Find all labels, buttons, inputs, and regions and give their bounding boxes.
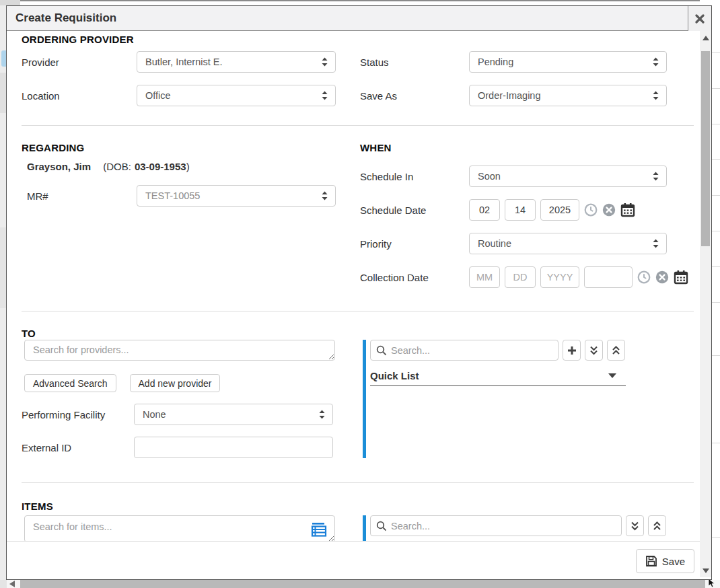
collection-date-inputs [469,266,700,288]
horizontal-scrollbar[interactable] [0,580,720,588]
collection-year-input[interactable] [540,266,579,288]
external-id-label: External ID [22,442,134,453]
performing-facility-value: None [143,409,166,420]
items-section: ITEMS [22,501,694,541]
dialog-titlebar: Create Requisition [7,6,711,31]
plus-icon [567,345,577,356]
close-icon [695,14,705,24]
schedule-in-select[interactable]: Soon [469,166,667,187]
add-provider-to-list-button[interactable] [563,340,581,361]
chevron-double-up-icon [652,521,662,531]
collection-date-row: Collection Date [360,266,667,288]
schedule-year-input[interactable] [540,199,579,221]
advanced-search-button[interactable]: Advanced Search [24,374,116,392]
mr-select-value: TEST-10055 [145,190,200,201]
performing-facility-row: Performing Facility None [22,404,360,425]
select-arrows-icon [321,57,328,67]
section-divider [22,125,694,126]
schedule-day-input[interactable] [505,199,536,221]
panel-accent-bar [363,340,366,458]
background-corner [0,0,20,5]
scroll-up-button[interactable] [700,32,711,43]
calendar-icon [674,270,688,285]
collection-day-input[interactable] [505,266,536,288]
schedule-clear-button[interactable] [602,203,616,217]
external-id-input[interactable] [134,437,333,458]
priority-row: Priority Routine [360,233,667,254]
to-heading: TO [22,328,694,339]
mr-label: MR# [27,190,137,202]
regarding-column: REGARDING Grayson, Jim (DOB:03-09-1953) … [22,142,360,288]
item-list-picker-button[interactable] [311,522,327,537]
to-panel-search [370,340,559,361]
location-select[interactable]: Office [137,85,336,106]
save-as-label: Save As [360,90,469,102]
save-button[interactable]: Save [636,549,694,573]
save-as-select-value: Order-Imaging [478,90,540,101]
status-select-value: Pending [478,57,513,67]
chevron-double-up-icon [611,345,621,356]
panel-accent-bar [363,515,366,541]
search-icon [376,345,387,356]
quick-list-header[interactable]: Quick List [370,370,626,386]
collection-time-input[interactable] [584,266,633,288]
scroll-up-icon [703,36,709,40]
item-search-input[interactable] [24,515,335,541]
items-panel-search [370,515,622,536]
to-panel-search-input[interactable] [391,345,552,356]
performing-facility-select[interactable]: None [134,404,333,425]
save-as-select[interactable]: Order-Imaging [469,85,667,106]
search-icon [376,521,387,531]
horizontal-scrollbar-thumb[interactable] [20,580,705,588]
to-buttons: Advanced Search Add new provider [24,374,360,392]
select-arrows-icon [652,238,659,249]
mr-select[interactable]: TEST-10055 [137,185,336,207]
collection-calendar-button[interactable] [674,270,688,285]
select-arrows-icon [318,409,326,420]
vertical-scrollbar-thumb[interactable] [701,51,710,246]
items-collapse-all-button[interactable] [648,515,666,536]
select-arrows-icon [652,171,659,182]
background-row-line [712,124,720,124]
schedule-date-label: Schedule Date [360,205,469,216]
section-divider [22,482,694,483]
provider-search-input[interactable] [24,340,335,361]
collapse-all-button[interactable] [607,340,625,361]
save-icon [645,555,657,567]
collection-time-button[interactable] [637,270,651,284]
ordering-provider-heading: ORDERING PROVIDER [22,34,694,45]
scroll-down-button[interactable] [700,565,711,576]
to-section: TO Advanced Search Add new provider Perf… [22,328,694,458]
add-new-provider-button[interactable]: Add new provider [130,374,221,392]
items-panel-search-input[interactable] [391,521,616,531]
dialog-body: ORDERING PROVIDER Provider Butler, Inter… [7,31,700,541]
status-label: Status [360,57,469,68]
close-button[interactable] [688,6,711,31]
caret-down-icon [608,373,616,378]
background-row-line [712,266,720,267]
status-select[interactable]: Pending [469,51,667,73]
scroll-left-icon[interactable] [9,581,15,587]
items-expand-all-button[interactable] [626,515,644,536]
background-row-line [712,52,720,53]
background-row-line [712,195,720,196]
dob-suffix: ) [186,161,190,172]
vertical-scrollbar[interactable] [700,31,711,577]
expand-all-button[interactable] [585,340,603,361]
schedule-calendar-button[interactable] [620,203,635,217]
schedule-date-inputs [469,199,667,221]
dob-prefix: (DOB: [103,161,131,172]
provider-select[interactable]: Butler, Internist E. [137,51,336,73]
location-label: Location [22,90,137,102]
select-arrows-icon [321,190,328,201]
schedule-month-input[interactable] [469,199,500,221]
when-heading: WHEN [360,142,667,153]
collection-clear-button[interactable] [655,270,669,284]
to-left-column: Advanced Search Add new provider Perform… [22,340,360,458]
schedule-time-button[interactable] [584,203,598,217]
collection-month-input[interactable] [469,266,500,288]
priority-select[interactable]: Routine [469,233,667,254]
save-button-label: Save [662,556,685,567]
dialog-footer: Save [7,541,700,580]
provider-label: Provider [22,57,137,68]
